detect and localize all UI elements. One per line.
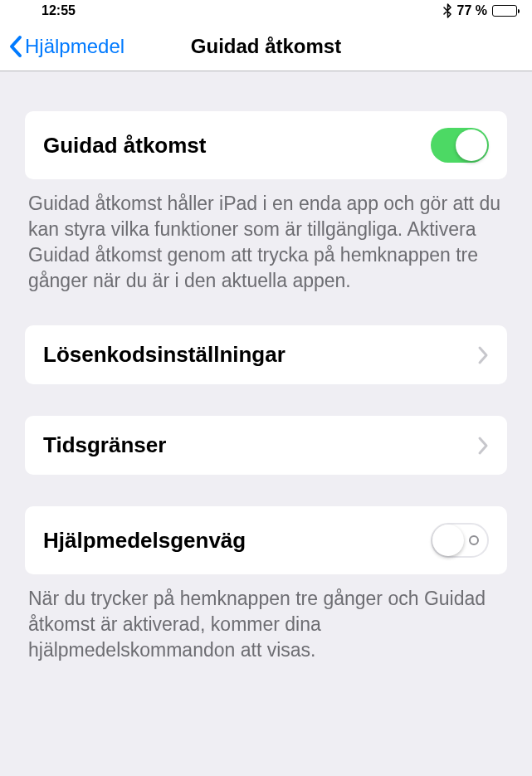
bluetooth-icon: [443, 3, 452, 18]
toggle-guided-access[interactable]: [431, 128, 489, 163]
group-time-limits: Tidsgränser: [25, 416, 507, 475]
chevron-right-icon: [477, 436, 489, 456]
group-shortcut: Hjälpmedelsgenväg När du trycker på hemk…: [25, 506, 507, 663]
status-bar: 12:55 77 %: [0, 0, 532, 22]
cell-time-limits[interactable]: Tidsgränser: [25, 416, 507, 475]
battery-percent: 77 %: [457, 3, 487, 18]
status-right: 77 %: [443, 3, 517, 18]
battery-icon: [492, 5, 517, 17]
cell-accessibility-shortcut[interactable]: Hjälpmedelsgenväg: [25, 506, 507, 574]
navigation-bar: Hjälpmedel Guidad åtkomst: [0, 22, 532, 71]
cell-label: Hjälpmedelsgenväg: [43, 528, 246, 554]
cell-passcode-settings[interactable]: Lösenkodsinställningar: [25, 325, 507, 384]
toggle-accessibility-shortcut[interactable]: [431, 523, 489, 558]
cell-label: Tidsgränser: [43, 432, 166, 458]
group-guided-access: Guidad åtkomst Guidad åtkomst håller iPa…: [25, 111, 507, 294]
chevron-right-icon: [477, 345, 489, 365]
cell-guided-access[interactable]: Guidad åtkomst: [25, 111, 507, 179]
back-label: Hjälpmedel: [25, 35, 124, 58]
footer-shortcut: När du trycker på hemknappen tre gånger …: [25, 574, 507, 663]
chevron-left-icon: [8, 35, 23, 58]
cell-label: Lösenkodsinställningar: [43, 342, 286, 368]
content: Guidad åtkomst Guidad åtkomst håller iPa…: [0, 71, 532, 776]
cell-label: Guidad åtkomst: [43, 133, 206, 159]
status-time: 12:55: [15, 3, 76, 18]
group-passcode: Lösenkodsinställningar: [25, 325, 507, 384]
page-title: Guidad åtkomst: [191, 35, 341, 58]
footer-guided-access: Guidad åtkomst håller iPad i en enda app…: [25, 179, 507, 294]
back-button[interactable]: Hjälpmedel: [8, 35, 124, 58]
